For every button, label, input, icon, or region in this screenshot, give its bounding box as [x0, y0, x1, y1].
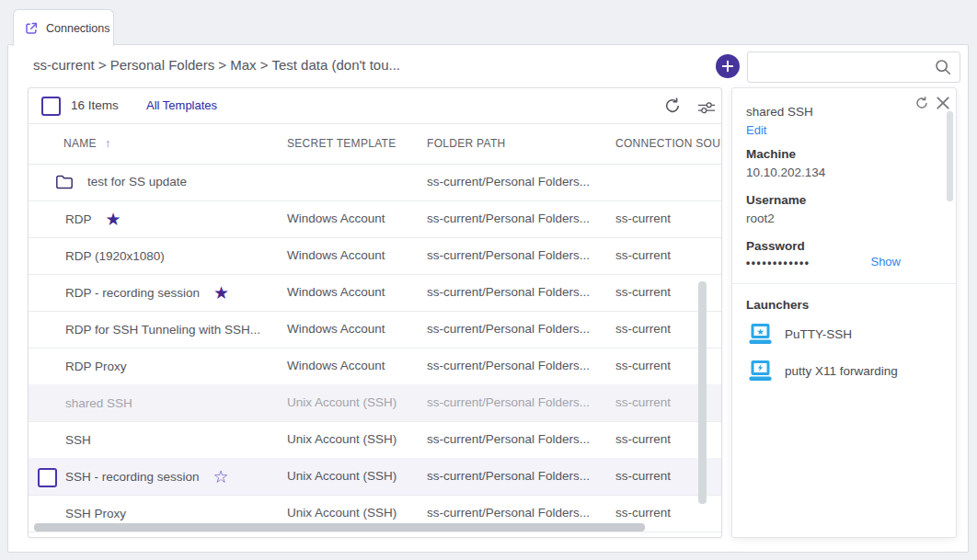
secret-detail-panel: shared SSH Edit Machine 10.10.202.134 Us…: [731, 87, 957, 538]
row-folder-path: ss-current/Personal Folders...: [427, 384, 590, 421]
password-label: Password: [746, 239, 805, 253]
username-label: Username: [746, 193, 806, 207]
favorite-star-icon[interactable]: ★: [106, 211, 121, 228]
table-row[interactable]: RDP Proxy Windows Account ss-current/Per…: [29, 348, 721, 385]
search-icon[interactable]: [934, 58, 952, 76]
row-name: SSH Proxy: [65, 507, 126, 520]
panel-refresh-icon[interactable]: [914, 96, 929, 110]
select-all-checkbox[interactable]: [41, 97, 61, 116]
column-secret-template[interactable]: SECRET TEMPLATE: [287, 123, 397, 164]
row-template: Windows Account: [287, 274, 385, 311]
refresh-icon[interactable]: [663, 97, 682, 115]
row-folder-path: ss-current/Personal Folders...: [427, 421, 590, 458]
row-folder-path: ss-current/Personal Folders...: [427, 237, 590, 274]
row-folder-path: ss-current/Personal Folders...: [427, 458, 590, 495]
add-button[interactable]: [716, 54, 740, 78]
table-row[interactable]: RDP (1920x1080) Windows Account ss-curre…: [29, 237, 721, 275]
show-password-link[interactable]: Show: [870, 255, 901, 269]
row-name: RDP for SSH Tunneling with SSH...: [65, 323, 260, 337]
folder-icon: [55, 173, 74, 191]
laptop-star-icon: ★: [748, 323, 773, 346]
connections-table: 16 Items All Templates NAME↑ SECRET TEMP…: [28, 87, 722, 538]
row-connection-source: ss-current: [615, 237, 671, 274]
machine-value: 10.10.202.134: [746, 166, 825, 179]
row-name: SSH: [65, 433, 91, 447]
search-box: [747, 51, 960, 83]
panel-close-icon[interactable]: [936, 96, 950, 110]
row-name: RDP - recording session: [65, 286, 200, 300]
launcher-putty-ssh[interactable]: ★ PuTTY-SSH: [748, 318, 852, 349]
row-connection-source: ss-current: [615, 384, 671, 421]
vertical-scrollbar[interactable]: [698, 281, 707, 504]
launchers-label: Launchers: [746, 298, 809, 312]
tab-connections[interactable]: Connections: [13, 9, 114, 46]
row-folder-path: ss-current/Personal Folders...: [427, 311, 590, 348]
table-row[interactable]: RDP★ Windows Account ss-current/Personal…: [29, 200, 721, 238]
machine-label: Machine: [746, 147, 796, 161]
detail-title: shared SSH: [746, 105, 813, 119]
row-template: Unix Account (SSH): [287, 458, 397, 495]
row-name: RDP (1920x1080): [65, 249, 165, 263]
tab-label: Connections: [46, 22, 110, 35]
search-input[interactable]: [748, 61, 934, 74]
sort-arrow-icon: ↑: [105, 136, 111, 150]
table-row[interactable]: RDP - recording session★ Windows Account…: [29, 274, 721, 312]
filter-settings-icon[interactable]: [697, 98, 716, 117]
favorite-star-outline-icon[interactable]: ☆: [213, 468, 229, 486]
row-connection-source: ss-current: [615, 421, 671, 458]
favorite-star-icon[interactable]: ★: [213, 284, 229, 302]
table-row-shared-ssh[interactable]: shared SSH Unix Account (SSH) ss-current…: [29, 384, 721, 422]
password-mask: ••••••••••••: [746, 257, 810, 269]
table-toolbar: 16 Items All Templates: [29, 88, 721, 124]
row-template: Windows Account: [287, 348, 385, 384]
plus-icon: [716, 54, 740, 78]
column-connection-source[interactable]: CONNECTION SOURCE: [615, 123, 722, 164]
row-name: SSH - recording session: [65, 470, 200, 484]
row-name: shared SSH: [65, 396, 132, 410]
panel-scrollbar[interactable]: [947, 111, 953, 201]
column-name[interactable]: NAME↑: [63, 123, 111, 164]
row-folder-path: ss-current/Personal Folders...: [427, 274, 590, 311]
svg-text:★: ★: [756, 326, 764, 336]
username-value: root2: [746, 211, 775, 225]
table-row[interactable]: SSH Unix Account (SSH) ss-current/Person…: [29, 421, 721, 459]
row-checkbox[interactable]: [38, 468, 57, 487]
edit-link[interactable]: Edit: [746, 123, 766, 137]
horizontal-scrollbar[interactable]: [34, 523, 645, 531]
page: Connections ss-current > Personal Folder…: [0, 0, 977, 560]
row-folder-path: ss-current/Personal Folders...: [427, 200, 590, 237]
all-templates-link[interactable]: All Templates: [146, 88, 217, 123]
row-name: RDP: [65, 212, 92, 226]
row-connection-source: ss-current: [615, 200, 671, 237]
row-folder-path: ss-current/Personal Folders...: [427, 348, 590, 384]
row-template: Windows Account: [287, 200, 385, 237]
row-template: Windows Account: [287, 237, 385, 274]
table-row[interactable]: RDP for SSH Tunneling with SSH... Window…: [29, 311, 721, 349]
row-connection-source: ss-current: [615, 458, 671, 495]
laptop-bolt-icon: [748, 360, 773, 383]
external-link-icon: [24, 21, 39, 36]
row-template: Unix Account (SSH): [287, 421, 397, 458]
items-count: 16 Items: [71, 88, 119, 123]
divider: [732, 283, 956, 284]
column-folder-path[interactable]: FOLDER PATH: [427, 123, 506, 164]
row-connection-source: ss-current: [615, 274, 671, 311]
column-headers: NAME↑ SECRET TEMPLATE FOLDER PATH CONNEC…: [29, 123, 721, 165]
breadcrumb: ss-current > Personal Folders > Max > Te…: [33, 57, 400, 73]
row-template: Unix Account (SSH): [287, 384, 397, 421]
launcher-name: PuTTY-SSH: [785, 327, 852, 341]
launcher-putty-x11[interactable]: putty X11 forwarding: [748, 355, 898, 386]
row-connection-source: ss-current: [615, 348, 671, 384]
row-template: Windows Account: [287, 311, 385, 348]
row-connection-source: ss-current: [615, 311, 671, 348]
row-folder-path: ss-current/Personal Folders...: [427, 164, 590, 200]
row-name: test for SS update: [87, 164, 187, 200]
table-row-folder[interactable]: test for SS update ss-current/Personal F…: [29, 164, 721, 201]
row-name: RDP Proxy: [65, 360, 127, 373]
table-row-selected[interactable]: SSH - recording session☆ Unix Account (S…: [29, 458, 721, 496]
launcher-name: putty X11 forwarding: [785, 364, 898, 378]
